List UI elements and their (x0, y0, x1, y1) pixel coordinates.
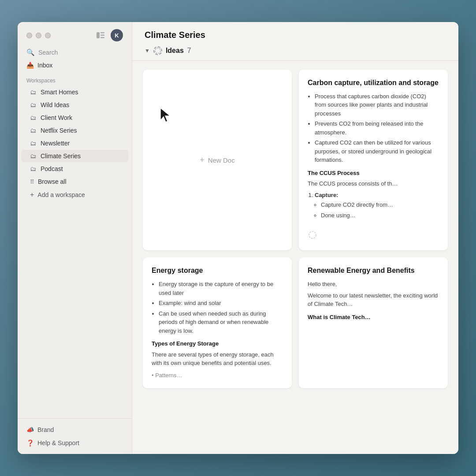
window-close-btn[interactable] (26, 33, 32, 38)
browse-all-label: Browse all (38, 178, 67, 185)
sidebar-item-smart-homes[interactable]: 🗂 Smart Homes (21, 86, 128, 98)
sidebar-item-label: Podcast (41, 165, 63, 172)
sidebar-item-netflix-series[interactable]: 🗂 Netflix Series (21, 124, 128, 137)
plus-icon: + (30, 191, 34, 199)
svg-point-4 (155, 48, 160, 53)
sidebar-icons: K (95, 29, 123, 41)
section-title: What is Climate Tech… (308, 313, 439, 322)
grid-icon: ⠿ (30, 178, 34, 185)
loading-spinner (153, 46, 162, 55)
card-title: Carbon capture, utilization and storage (308, 78, 439, 88)
sidebar-item-wild-ideas[interactable]: 🗂 Wild Ideas (21, 99, 128, 111)
add-workspace-label: Add a workspace (37, 191, 85, 198)
main-content: Climate Series ▼ Ideas 7 (132, 22, 458, 454)
svg-rect-1 (100, 32, 104, 33)
energy-storage-card: Energy storage Energy storage is the cap… (143, 257, 292, 388)
card-body: Process that captures carbon dioxide (CO… (308, 92, 439, 242)
intro-text: Welcome to our latest newsletter, the ex… (308, 291, 439, 309)
folder-icon: 🗂 (30, 127, 37, 134)
app-window: K 🔍 Search 📥 Inbox Workspaces 🗂 Smart Ho… (18, 22, 458, 454)
svg-rect-2 (100, 35, 104, 36)
inbox-label: Inbox (37, 62, 52, 69)
new-doc-label: New Doc (208, 156, 235, 164)
main-header: Climate Series ▼ Ideas 7 (132, 22, 458, 60)
card-title: Renewable Energy and Benefits (308, 266, 439, 275)
svg-rect-0 (97, 32, 100, 38)
card-title: Energy storage (152, 266, 283, 275)
card-body: Energy storage is the capture of energy … (152, 280, 283, 379)
folder-icon: 🗂 (30, 89, 37, 96)
sidebar-item-label: Client Work (41, 114, 72, 121)
sidebar-bottom: 📣 Brand ❓ Help & Support (18, 418, 132, 454)
section-intro: The CCUS process consists of th… (308, 179, 439, 188)
help-label: Help & Support (37, 439, 79, 446)
sidebar-toggle-btn[interactable] (95, 31, 106, 40)
search-label: Search (38, 49, 58, 56)
sidebar-top: K (18, 22, 132, 45)
svg-marker-5 (160, 108, 170, 122)
browse-all-button[interactable]: ⠿ Browse all (21, 175, 128, 188)
main-title: Climate Series (145, 30, 446, 40)
filter-count: 7 (187, 47, 191, 55)
folder-icon: 🗂 (30, 165, 37, 172)
chevron-down-icon[interactable]: ▼ (145, 48, 150, 54)
new-doc-content: + New Doc (200, 156, 234, 165)
brand-icon: 📣 (26, 426, 34, 433)
inbox-button[interactable]: 📥 Inbox (18, 60, 132, 74)
plus-icon: + (200, 156, 205, 165)
help-icon: ❓ (26, 439, 34, 446)
add-workspace-button[interactable]: + Add a workspace (21, 188, 128, 201)
sidebar: K 🔍 Search 📥 Inbox Workspaces 🗂 Smart Ho… (18, 22, 132, 454)
sidebar-item-podcast[interactable]: 🗂 Podcast (21, 163, 128, 175)
sidebar-item-climate-series[interactable]: 🗂 Climate Series (21, 150, 128, 162)
search-icon: 🔍 (26, 48, 35, 56)
brand-button[interactable]: 📣 Brand (26, 424, 123, 435)
window-minimize-btn[interactable] (36, 33, 41, 38)
card-section-title: Types of Energy Storage (152, 339, 283, 348)
sidebar-nav: 🗂 Smart Homes 🗂 Wild Ideas 🗂 Client Work… (18, 86, 132, 418)
carbon-capture-card: Carbon capture, utilization and storage … (299, 70, 448, 250)
sidebar-item-client-work[interactable]: 🗂 Client Work (21, 112, 128, 124)
loading-spinner-card (308, 224, 439, 242)
sidebar-item-label: Netflix Series (41, 127, 77, 134)
card-section-title: The CCUS Process (308, 169, 439, 178)
help-button[interactable]: ❓ Help & Support (26, 437, 123, 449)
filter-label: Ideas (166, 47, 184, 55)
search-button[interactable]: 🔍 Search (18, 45, 132, 60)
sidebar-item-newsletter[interactable]: 🗂 Newsletter (21, 137, 128, 149)
sidebar-item-label: Wild Ideas (41, 101, 69, 108)
inbox-icon: 📥 (26, 62, 34, 69)
sidebar-item-label: Climate Series (41, 152, 81, 160)
folder-icon: 🗂 (30, 140, 37, 147)
svg-point-6 (309, 231, 316, 238)
card-body: Hello there, Welcome to our latest newsl… (308, 280, 439, 321)
new-doc-card[interactable]: + New Doc (143, 70, 292, 250)
sidebar-item-label: Smart Homes (41, 89, 78, 96)
svg-rect-3 (100, 37, 104, 38)
folder-icon: 🗂 (30, 101, 37, 108)
folder-icon: 🗂 (30, 114, 37, 121)
cursor (160, 107, 172, 126)
cards-container: + New Doc Carbon capture, utilization an… (132, 61, 458, 454)
window-maximize-btn[interactable] (45, 33, 51, 38)
greeting: Hello there, (308, 280, 439, 289)
brand-label: Brand (37, 426, 54, 433)
renewable-energy-card: Renewable Energy and Benefits Hello ther… (299, 257, 448, 388)
filter-bar: ▼ Ideas 7 (145, 46, 446, 55)
avatar[interactable]: K (111, 29, 123, 41)
sidebar-item-label: Newsletter (41, 140, 70, 147)
folder-icon: 🗂 (30, 152, 37, 160)
workspaces-label: Workspaces (18, 74, 132, 86)
section-body: There are several types of energy storag… (152, 350, 283, 368)
trailing-text: • Patterns… (152, 371, 283, 380)
window-controls (26, 33, 51, 38)
